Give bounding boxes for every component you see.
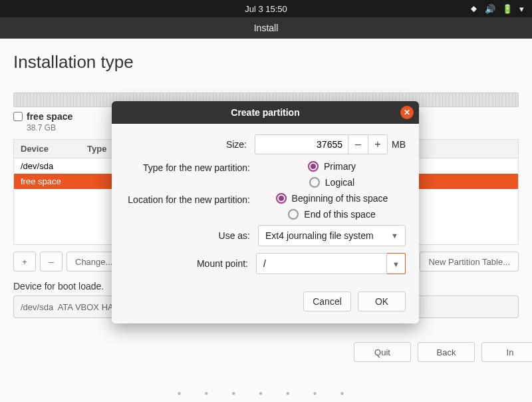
radio-icon [308,161,319,172]
size-input[interactable] [255,134,348,154]
radio-icon [309,177,320,188]
ok-button[interactable]: OK [358,292,406,311]
useas-label: Use as: [117,230,258,241]
radio-end[interactable]: End of this space [288,209,375,220]
close-icon[interactable]: ✕ [400,106,414,119]
dialog-title: Create partition [231,107,299,118]
mount-point-dropdown-button[interactable]: ▼ [387,253,406,274]
dialog-footer: Cancel OK [112,292,419,323]
size-label: Size: [117,139,255,150]
chevron-down-icon: ▼ [391,232,398,240]
cancel-button[interactable]: Cancel [303,292,351,311]
radio-primary[interactable]: Primary [308,161,356,172]
size-decrement-button[interactable]: – [348,134,368,154]
mount-point-input[interactable] [256,253,387,274]
useas-select[interactable]: Ext4 journaling file system ▼ [258,225,406,246]
size-unit: MB [392,139,406,150]
radio-icon [276,193,287,204]
size-spinner: – + [255,134,388,154]
location-label: Location for the new partition: [117,193,258,205]
size-increment-button[interactable]: + [368,134,388,154]
radio-logical[interactable]: Logical [309,177,354,188]
radio-beginning[interactable]: Beginning of this space [276,193,388,204]
mount-label: Mount point: [117,258,256,269]
create-partition-dialog: Create partition ✕ Size: – + MB Type for… [112,101,419,323]
radio-icon [288,209,299,220]
type-label: Type for the new partition: [117,161,258,173]
dialog-titlebar: Create partition ✕ [112,101,419,124]
chevron-down-icon: ▼ [392,260,400,268]
modal-overlay: Create partition ✕ Size: – + MB Type for… [0,0,532,402]
